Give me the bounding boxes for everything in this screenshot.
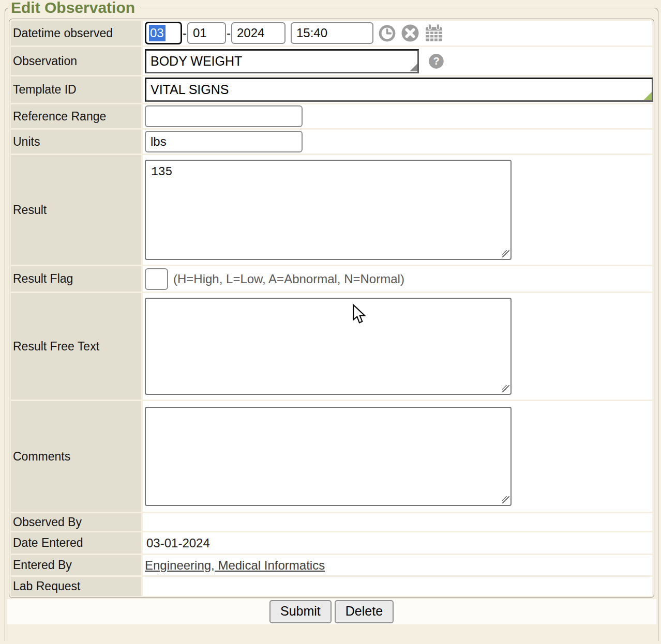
result-label: Result bbox=[11, 155, 141, 265]
comments-textarea[interactable] bbox=[145, 407, 512, 506]
row-observation: Observation BODY WEIGHT ? bbox=[11, 47, 652, 75]
resize-grip[interactable] bbox=[502, 385, 509, 392]
year-input[interactable] bbox=[231, 22, 286, 44]
resize-grip[interactable] bbox=[410, 64, 417, 71]
reference-range-input[interactable] bbox=[145, 105, 303, 127]
lab-request-value bbox=[145, 579, 146, 593]
template-id-label: Template ID bbox=[11, 76, 141, 103]
row-lab-request: Lab Request bbox=[11, 577, 652, 596]
row-datetime-observed: Datetime observed 03 - - bbox=[11, 21, 652, 45]
row-date-entered: Date Entered 03-01-2024 bbox=[11, 532, 652, 554]
result-flag-input[interactable] bbox=[145, 268, 168, 290]
time-input[interactable] bbox=[291, 22, 373, 44]
entered-by-label: Entered By bbox=[11, 555, 141, 575]
observation-form-table: Datetime observed 03 - - bbox=[9, 19, 654, 598]
row-template-id: Template ID VITAL SIGNS bbox=[11, 76, 652, 103]
day-input[interactable] bbox=[187, 22, 226, 44]
result-flag-label: Result Flag bbox=[11, 266, 141, 292]
resize-grip[interactable] bbox=[644, 92, 652, 100]
template-id-input[interactable]: VITAL SIGNS bbox=[145, 78, 653, 102]
date-entered-value: 03-01-2024 bbox=[145, 536, 210, 550]
units-label: Units bbox=[11, 130, 141, 154]
row-comments: Comments bbox=[11, 401, 652, 512]
result-free-text-textarea[interactable] bbox=[145, 298, 512, 395]
lab-request-label: Lab Request bbox=[11, 577, 141, 596]
observed-by-label: Observed By bbox=[11, 513, 141, 531]
result-free-text-label: Result Free Text bbox=[11, 293, 141, 400]
row-reference-range: Reference Range bbox=[11, 104, 652, 128]
date-entered-label: Date Entered bbox=[11, 532, 141, 554]
result-flag-hint: (H=High, L=Low, A=Abnormal, N=Normal) bbox=[173, 272, 404, 286]
form-actions: Submit Delete bbox=[7, 599, 656, 624]
row-result-flag: Result Flag (H=High, L=Low, A=Abnormal, … bbox=[11, 266, 652, 292]
clock-icon[interactable] bbox=[378, 24, 396, 42]
svg-text:?: ? bbox=[433, 55, 439, 67]
observation-input[interactable]: BODY WEIGHT bbox=[145, 49, 419, 73]
page-title: Edit Observation bbox=[10, 0, 140, 16]
clear-icon[interactable] bbox=[401, 24, 419, 42]
row-observed-by: Observed By bbox=[11, 513, 652, 531]
resize-grip[interactable] bbox=[502, 250, 509, 257]
units-input[interactable] bbox=[145, 131, 303, 152]
help-icon[interactable]: ? bbox=[428, 53, 444, 69]
month-input[interactable]: 03 bbox=[145, 22, 182, 44]
calendar-icon[interactable] bbox=[424, 23, 444, 43]
row-entered-by: Entered By Engineering, Medical Informat… bbox=[11, 555, 652, 575]
result-textarea[interactable]: 135 bbox=[145, 160, 512, 260]
date-separator: - bbox=[227, 26, 231, 40]
comments-label: Comments bbox=[11, 401, 141, 512]
month-input-selected-text: 03 bbox=[149, 25, 166, 41]
reference-range-label: Reference Range bbox=[11, 104, 141, 128]
observation-label: Observation bbox=[11, 47, 141, 75]
row-result-free-text: Result Free Text bbox=[11, 293, 652, 400]
datetime-observed-label: Datetime observed bbox=[11, 21, 141, 45]
date-separator: - bbox=[183, 26, 187, 40]
entered-by-link[interactable]: Engineering, Medical Informatics bbox=[145, 558, 325, 572]
submit-button[interactable]: Submit bbox=[269, 600, 332, 623]
row-result: Result 135 bbox=[11, 155, 652, 265]
delete-button[interactable]: Delete bbox=[335, 600, 394, 623]
edit-observation-panel: Edit Observation Datetime observed 03 - … bbox=[5, 0, 658, 641]
observed-by-value bbox=[145, 515, 146, 529]
row-units: Units bbox=[11, 130, 652, 154]
resize-grip[interactable] bbox=[502, 496, 509, 503]
